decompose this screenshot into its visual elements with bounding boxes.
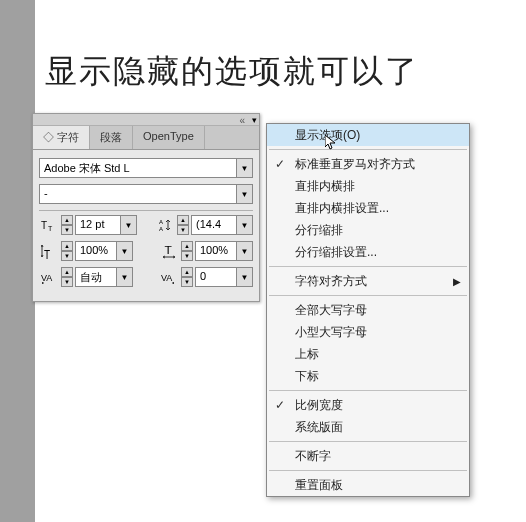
vscale-icon: T xyxy=(39,242,59,260)
svg-text:T: T xyxy=(165,245,173,256)
menu-item[interactable]: 直排内横排设置... xyxy=(267,197,469,219)
kerning-spinner[interactable]: ▲▼ xyxy=(61,267,73,287)
menu-item-label: 直排内横排设置... xyxy=(295,200,389,217)
panel-flyout-menu: 显示选项(O)✓标准垂直罗马对齐方式直排内横排直排内横排设置...分行缩排分行缩… xyxy=(266,123,470,497)
hscale-icon: T xyxy=(159,242,179,260)
panel-menu-icon[interactable]: ▾ xyxy=(252,115,257,125)
dropdown-icon[interactable]: ▼ xyxy=(236,185,252,203)
submenu-arrow-icon: ▶ xyxy=(453,276,461,287)
svg-text:A: A xyxy=(159,219,163,225)
menu-item[interactable]: 小型大写字母 xyxy=(267,321,469,343)
panel-tabs: ◇ 字符 段落 OpenType xyxy=(33,126,259,150)
hscale-input[interactable]: 100% ▼ xyxy=(195,241,253,261)
dropdown-icon[interactable]: ▼ xyxy=(120,216,136,234)
check-icon: ✓ xyxy=(275,398,285,412)
dropdown-icon[interactable]: ▼ xyxy=(236,159,252,177)
leading-icon: AA xyxy=(155,216,175,234)
menu-separator xyxy=(269,149,467,150)
menu-item-label: 小型大写字母 xyxy=(295,324,367,341)
menu-separator xyxy=(269,470,467,471)
dropdown-icon[interactable]: ▼ xyxy=(236,216,252,234)
menu-item[interactable]: 全部大写字母 xyxy=(267,299,469,321)
menu-item-label: 上标 xyxy=(295,346,319,363)
font-family-select[interactable]: Adobe 宋体 Std L ▼ xyxy=(39,158,253,178)
svg-text:A: A xyxy=(159,226,163,232)
hscale-spinner[interactable]: ▲▼ xyxy=(181,241,193,261)
menu-item-label: 不断字 xyxy=(295,448,331,465)
menu-item[interactable]: 不断字 xyxy=(267,445,469,467)
menu-item-label: 标准垂直罗马对齐方式 xyxy=(295,156,415,173)
menu-item[interactable]: 显示选项(O) xyxy=(267,124,469,146)
menu-item[interactable]: ✓标准垂直罗马对齐方式 xyxy=(267,153,469,175)
menu-item[interactable]: 分行缩排 xyxy=(267,219,469,241)
svg-text:T: T xyxy=(41,220,47,231)
menu-item[interactable]: ✓比例宽度 xyxy=(267,394,469,416)
menu-item-label: 系统版面 xyxy=(295,419,343,436)
menu-separator xyxy=(269,266,467,267)
menu-separator xyxy=(269,441,467,442)
font-style-select[interactable]: - ▼ xyxy=(39,184,253,204)
tab-opentype[interactable]: OpenType xyxy=(133,126,205,149)
font-size-input[interactable]: 12 pt ▼ xyxy=(75,215,137,235)
tracking-input[interactable]: 0 ▼ xyxy=(195,267,253,287)
character-panel: « ▾ ◇ 字符 段落 OpenType Adobe 宋体 Std L ▼ - … xyxy=(32,113,260,302)
menu-item-label: 分行缩排设置... xyxy=(295,244,377,261)
menu-item[interactable]: 字符对齐方式▶ xyxy=(267,270,469,292)
menu-item-label: 字符对齐方式 xyxy=(295,273,367,290)
menu-item-label: 显示选项(O) xyxy=(295,127,360,144)
leading-spinner[interactable]: ▲▼ xyxy=(177,215,189,235)
svg-text:T: T xyxy=(48,225,53,232)
dropdown-icon[interactable]: ▼ xyxy=(116,242,132,260)
dropdown-icon[interactable]: ▼ xyxy=(236,242,252,260)
svg-text:T: T xyxy=(44,248,50,259)
panel-titlebar[interactable]: « ▾ xyxy=(33,114,259,126)
menu-item-label: 重置面板 xyxy=(295,477,343,494)
tracking-spinner[interactable]: ▲▼ xyxy=(181,267,193,287)
dropdown-icon[interactable]: ▼ xyxy=(236,268,252,286)
check-icon: ✓ xyxy=(275,157,285,171)
dropdown-icon[interactable]: ▼ xyxy=(116,268,132,286)
menu-item[interactable]: 直排内横排 xyxy=(267,175,469,197)
svg-text:VA: VA xyxy=(161,273,172,283)
page-heading: 显示隐藏的选项就可以了 xyxy=(45,50,419,94)
menu-item-label: 下标 xyxy=(295,368,319,385)
kerning-icon: VA xyxy=(39,268,59,286)
menu-separator xyxy=(269,295,467,296)
svg-text:VA: VA xyxy=(41,273,52,283)
tab-character[interactable]: ◇ 字符 xyxy=(33,126,90,149)
tracking-icon: VA xyxy=(159,268,179,286)
leading-input[interactable]: (14.4 ▼ xyxy=(191,215,253,235)
panel-body: Adobe 宋体 Std L ▼ - ▼ TT ▲▼ 12 pt ▼ xyxy=(33,150,259,301)
menu-item-label: 全部大写字母 xyxy=(295,302,367,319)
vscale-spinner[interactable]: ▲▼ xyxy=(61,241,73,261)
font-size-icon: TT xyxy=(39,216,59,234)
menu-item[interactable]: 分行缩排设置... xyxy=(267,241,469,263)
tab-paragraph[interactable]: 段落 xyxy=(90,126,133,149)
vscale-input[interactable]: 100% ▼ xyxy=(75,241,133,261)
menu-item[interactable]: 重置面板 xyxy=(267,474,469,496)
menu-item-label: 直排内横排 xyxy=(295,178,355,195)
kerning-input[interactable]: 自动 ▼ xyxy=(75,267,133,287)
menu-separator xyxy=(269,390,467,391)
menu-item-label: 分行缩排 xyxy=(295,222,343,239)
menu-item-label: 比例宽度 xyxy=(295,397,343,414)
menu-item[interactable]: 下标 xyxy=(267,365,469,387)
menu-item[interactable]: 系统版面 xyxy=(267,416,469,438)
menu-item[interactable]: 上标 xyxy=(267,343,469,365)
collapse-icon[interactable]: « xyxy=(239,115,245,126)
font-size-spinner[interactable]: ▲▼ xyxy=(61,215,73,235)
